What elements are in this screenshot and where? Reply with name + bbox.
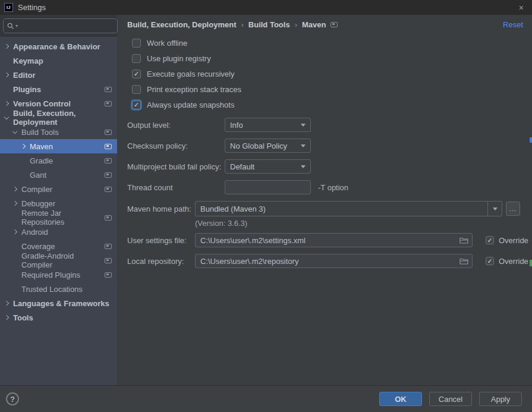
sidebar-item-maven[interactable]: Maven — [0, 139, 117, 153]
chevron-slot — [13, 202, 21, 205]
chevron-down-icon — [301, 165, 306, 168]
checkbox-label: Print exception stack traces — [147, 85, 241, 94]
breadcrumb-build-execution-deployment[interactable]: Build, Execution, Deployment — [127, 20, 236, 29]
sidebar-item-android[interactable]: Android — [0, 225, 117, 239]
checkbox-row-always-update-snapshots: ✓Always update snapshots — [127, 97, 532, 112]
override-label: Override — [499, 236, 528, 245]
sidebar-item-tools[interactable]: Tools — [0, 310, 117, 325]
search-box[interactable]: ▾ — [3, 18, 118, 33]
sidebar-item-keymap[interactable]: Keymap — [0, 54, 117, 68]
settings-screen-icon — [105, 144, 112, 149]
sidebar-item-editor[interactable]: Editor — [0, 68, 117, 82]
chevron-right-icon[interactable] — [4, 101, 9, 106]
sidebar-item-label: Coverage — [21, 242, 55, 251]
search-strip: ▾ — [0, 15, 117, 37]
sidebar-item-build-execution-deployment[interactable]: Build, Execution, Deployment — [0, 111, 117, 125]
chevron-slot — [5, 301, 13, 305]
chevron-right-icon[interactable] — [4, 73, 9, 77]
chevron-right-icon[interactable] — [12, 187, 17, 191]
cancel-button[interactable]: Cancel — [429, 392, 472, 406]
user-settings-input[interactable]: C:\Users\user\.m2\settings.xml — [195, 233, 473, 247]
chevron-slot — [5, 45, 13, 48]
override-checkbox[interactable]: ✓ — [486, 236, 494, 244]
output-level-label: Output level: — [127, 121, 225, 130]
sidebar-item-gradle[interactable]: Gradle — [0, 153, 117, 168]
window-title: Settings — [18, 3, 46, 12]
sidebar-item-plugins[interactable]: Plugins — [0, 82, 117, 96]
maven-home-browse-button[interactable]: ... — [506, 202, 520, 216]
checkbox-work-offline[interactable] — [132, 39, 141, 48]
settings-screen-icon — [330, 22, 338, 27]
chevron-right-icon[interactable] — [12, 229, 17, 234]
sidebar-item-label: Languages & Frameworks — [13, 299, 109, 308]
chevron-right-icon[interactable] — [12, 201, 17, 206]
chevron-down-icon[interactable] — [4, 115, 9, 119]
user-settings-override[interactable]: ✓ Override — [486, 236, 528, 245]
folder-icon[interactable] — [459, 257, 468, 265]
maven-home-dropdown[interactable]: Bundled (Maven 3) — [195, 201, 502, 216]
sidebar-item-label: Appearance & Behavior — [13, 42, 100, 51]
settings-screen-icon — [105, 172, 112, 178]
checkbox-use-plugin-registry[interactable] — [132, 54, 141, 63]
user-settings-label: User settings file: — [127, 236, 195, 245]
checksum-policy-dropdown[interactable]: No Global Policy — [225, 139, 311, 153]
checkbox-row-work-offline: Work offline — [127, 35, 532, 51]
chevron-slot — [5, 117, 13, 119]
dropdown-arrow-section[interactable] — [487, 202, 502, 216]
intellij-logo-icon: IJ — [4, 3, 13, 12]
local-repository-row: Local repository: C:\Users\user\.m2\repo… — [127, 254, 532, 268]
checkbox-always-update-snapshots[interactable]: ✓ — [132, 100, 141, 109]
checkbox-execute-goals-recursively[interactable]: ✓ — [132, 70, 141, 78]
sidebar-item-trusted-locations[interactable]: Trusted Locations — [0, 282, 117, 296]
sidebar-item-languages-frameworks[interactable]: Languages & Frameworks — [0, 296, 117, 310]
maven-settings-panel: Build, Execution, Deployment › Build Too… — [117, 15, 532, 385]
chevron-slot — [13, 187, 21, 191]
sidebar-item-compiler[interactable]: Compiler — [0, 182, 117, 196]
chevron-down-icon[interactable] — [12, 129, 17, 134]
multiproject-policy-value: Default — [225, 162, 301, 171]
checkbox-label: Always update snapshots — [147, 100, 234, 109]
chevron-right-icon[interactable] — [4, 301, 9, 306]
scrollbar-mark-blue — [530, 137, 532, 143]
settings-search-input[interactable] — [19, 21, 114, 31]
chevron-right-icon[interactable] — [4, 44, 9, 49]
close-icon[interactable]: × — [519, 4, 524, 12]
local-repository-input[interactable]: C:\Users\user\.m2\repository — [195, 254, 473, 268]
chevron-right-icon[interactable] — [4, 315, 9, 320]
sidebar-item-gradle-android-compiler[interactable]: Gradle-Android Compiler — [0, 253, 117, 268]
checksum-policy-value: No Global Policy — [225, 141, 301, 150]
sidebar-item-label: Tools — [13, 313, 33, 322]
sidebar-item-label: Maven — [30, 142, 53, 151]
sidebar-item-gant[interactable]: Gant — [0, 168, 117, 182]
thread-count-input[interactable] — [225, 180, 311, 194]
search-options-caret-icon[interactable]: ▾ — [15, 23, 18, 29]
ok-button[interactable]: OK — [379, 392, 422, 406]
sidebar-item-appearance-behavior[interactable]: Appearance & Behavior — [0, 39, 117, 54]
apply-button[interactable]: Apply — [479, 392, 522, 406]
chevron-slot — [13, 230, 21, 234]
settings-screen-icon — [105, 272, 112, 278]
settings-screen-icon — [105, 215, 112, 221]
checkbox-group: Work offlineUse plugin registry✓Execute … — [127, 35, 532, 112]
multiproject-policy-dropdown[interactable]: Default — [225, 159, 311, 174]
folder-icon[interactable] — [459, 237, 468, 244]
checkbox-label: Execute goals recursively — [147, 70, 234, 78]
help-icon[interactable]: ? — [6, 392, 19, 405]
chevron-down-icon — [301, 124, 306, 127]
sidebar-item-label: Required Plugins — [21, 271, 80, 279]
sidebar-item-label: Remote Jar Repositories — [21, 209, 105, 227]
sidebar-item-build-tools[interactable]: Build Tools — [0, 125, 117, 139]
chevron-right-icon[interactable] — [21, 144, 26, 149]
reset-link[interactable]: Reset — [503, 20, 523, 29]
chevron-down-icon — [301, 144, 306, 147]
sidebar-item-label: Plugins — [13, 85, 41, 94]
breadcrumb-build-tools[interactable]: Build Tools — [248, 20, 290, 29]
checkbox-print-exception-stack-traces[interactable] — [132, 85, 141, 94]
settings-dialog: IJ Settings × ▾ Appearance & BehaviorKey… — [0, 0, 532, 412]
sidebar-item-required-plugins[interactable]: Required Plugins — [0, 268, 117, 282]
sidebar-item-remote-jar-repositories[interactable]: Remote Jar Repositories — [0, 210, 117, 225]
local-repository-override[interactable]: ✓ Override — [486, 257, 528, 266]
local-repository-label: Local repository: — [127, 257, 195, 266]
override-checkbox[interactable]: ✓ — [486, 257, 494, 265]
output-level-dropdown[interactable]: Info — [225, 118, 311, 132]
